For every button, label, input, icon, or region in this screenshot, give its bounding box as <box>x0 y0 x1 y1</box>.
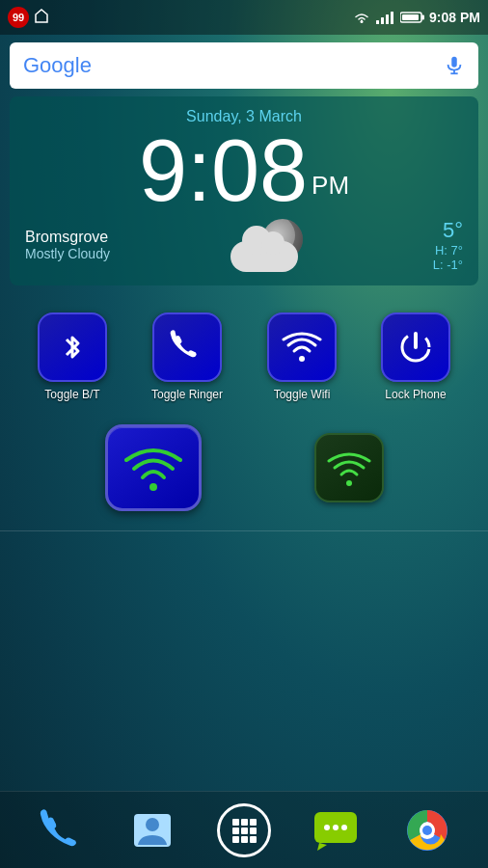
bluetooth-icon <box>55 330 90 365</box>
search-bar[interactable]: Google <box>10 42 478 89</box>
lockphone-label: Lock Phone <box>385 388 446 401</box>
app-row-1: Toggle B/T Toggle Ringer Toggle Wifi <box>0 293 488 405</box>
svg-point-35 <box>422 826 432 835</box>
dock-apps[interactable] <box>217 803 271 857</box>
svg-rect-25 <box>241 836 248 843</box>
microphone-icon[interactable] <box>444 55 465 76</box>
notification-badge: 99 <box>8 7 29 28</box>
wifi-label: Toggle Wifi <box>274 388 331 401</box>
notification-icon <box>33 9 50 26</box>
wifi-icon-box[interactable] <box>267 312 337 382</box>
dock-messages-icon <box>312 806 360 854</box>
weather-description: Mostly Cloudy <box>25 246 110 261</box>
svg-point-14 <box>149 483 157 491</box>
svg-point-0 <box>361 20 364 23</box>
toggle-bluetooth-item[interactable]: Toggle B/T <box>38 312 107 401</box>
dock-contacts[interactable] <box>125 803 179 857</box>
svg-rect-4 <box>391 12 393 24</box>
weather-low: L: -1° <box>433 258 463 272</box>
wifi-toggle-icon <box>282 332 322 363</box>
status-right: 9:08 PM <box>352 10 480 25</box>
svg-rect-20 <box>250 819 257 826</box>
weather-temp-block: 5° H: 7° L: -1° <box>433 218 463 272</box>
svg-rect-8 <box>451 57 457 68</box>
status-bar: 99 9:08 PM <box>0 0 488 35</box>
svg-rect-3 <box>386 14 389 24</box>
svg-point-29 <box>333 825 339 830</box>
status-time: 9:08 PM <box>429 10 480 25</box>
weather-location: Bromsgrove <box>25 229 110 246</box>
cloud-shape <box>230 241 298 272</box>
wifi-small-icon-box[interactable] <box>314 433 384 502</box>
search-bar-text: Google <box>23 53 92 78</box>
svg-rect-18 <box>232 819 239 826</box>
svg-rect-21 <box>232 827 239 834</box>
wifi-small-icon <box>325 448 373 487</box>
status-left: 99 <box>8 7 50 28</box>
dock <box>0 791 488 868</box>
wifi-large-icon-box[interactable] <box>105 424 202 511</box>
lockphone-icon-box[interactable] <box>381 312 450 382</box>
svg-rect-19 <box>241 819 248 826</box>
wifi-status-icon <box>352 10 371 25</box>
svg-rect-24 <box>232 836 239 843</box>
svg-rect-7 <box>402 14 419 20</box>
clock-ampm: PM <box>312 171 349 201</box>
svg-point-11 <box>299 356 305 362</box>
svg-point-30 <box>341 825 347 830</box>
ringer-icon-box[interactable] <box>152 312 222 382</box>
svg-rect-22 <box>241 827 248 834</box>
battery-icon <box>400 11 425 24</box>
svg-point-28 <box>324 825 330 830</box>
clock-widget: Sunday, 3 March 9:08 PM Bromsgrove Mostl… <box>10 96 478 285</box>
clock-time-row: 9:08 PM <box>25 127 463 214</box>
toggle-ringer-item[interactable]: Toggle Ringer <box>151 312 223 401</box>
svg-rect-2 <box>381 17 384 24</box>
wifi-small-item[interactable] <box>314 433 384 502</box>
wifi-large-item[interactable] <box>105 424 202 511</box>
ringer-label: Toggle Ringer <box>151 388 223 401</box>
signal-icon <box>375 10 396 25</box>
dock-phone-icon <box>39 808 83 853</box>
lock-phone-item[interactable]: Lock Phone <box>381 312 450 401</box>
clock-time: 9:08 <box>139 127 308 214</box>
dock-messages[interactable] <box>309 803 363 857</box>
weather-icon <box>230 219 312 272</box>
weather-temp: 5° <box>433 218 463 243</box>
dock-phone[interactable] <box>34 803 88 857</box>
bluetooth-label: Toggle B/T <box>44 388 99 401</box>
svg-rect-23 <box>250 827 257 834</box>
dock-contacts-icon <box>130 808 175 853</box>
wifi-large-icon <box>122 443 185 493</box>
clock-weather: Bromsgrove Mostly Cloudy 5° H: 7° L: -1° <box>25 218 463 272</box>
bluetooth-icon-box[interactable] <box>38 312 107 382</box>
weather-high: H: 7° <box>433 243 463 258</box>
dock-chrome-icon <box>405 808 449 853</box>
weather-location-block: Bromsgrove Mostly Cloudy <box>25 229 110 261</box>
svg-rect-6 <box>421 15 424 20</box>
svg-point-17 <box>146 818 159 831</box>
dock-chrome[interactable] <box>400 803 454 857</box>
apps-grid-icon <box>229 815 259 846</box>
svg-rect-1 <box>376 20 379 24</box>
power-icon <box>396 328 435 366</box>
phone-icon <box>169 329 205 366</box>
dock-divider <box>0 530 488 531</box>
app-row-2 <box>0 405 488 515</box>
svg-point-15 <box>346 480 352 486</box>
toggle-wifi-item[interactable]: Toggle Wifi <box>267 312 337 401</box>
svg-rect-26 <box>250 836 257 843</box>
